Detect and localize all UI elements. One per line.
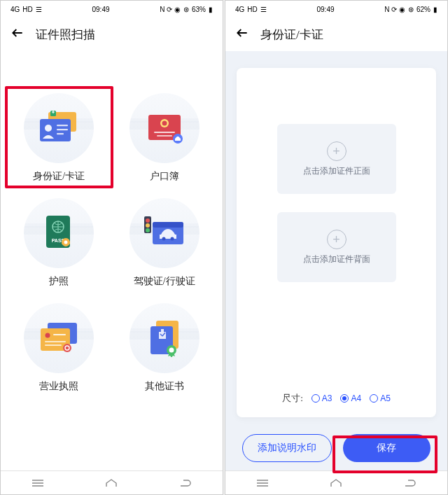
phone-left: 4G HD ☰ 09:49 N ⟳ ◉ ⊛ 63% ▮ 证件照扫描 — [0, 0, 223, 495]
radio-icon — [312, 394, 320, 403]
scan-card: + 点击添加证件正面 + 点击添加证件背面 尺寸: A3 A4 — [237, 68, 436, 417]
recents-button[interactable] — [27, 477, 48, 489]
svg-point-9 — [162, 121, 167, 126]
save-button[interactable]: 保存 — [343, 434, 431, 462]
size-selector: 尺寸: A3 A4 A5 — [282, 392, 391, 405]
back-button[interactable] — [235, 26, 249, 43]
battery-icon: ▮ — [209, 6, 213, 13]
status-extra-icon: ☰ — [260, 6, 267, 13]
wifi-icon: ⊛ — [408, 6, 414, 13]
business-license-icon — [24, 303, 94, 373]
status-bar: 4G HD ☰ 09:49 N ⟳ ◉ ⊛ 63% ▮ — [1, 1, 223, 18]
status-extra-icon: ☰ — [36, 6, 42, 13]
radio-icon — [370, 394, 378, 403]
status-icons-right: N ⟳ ◉ — [384, 6, 405, 13]
hd-icon: HD — [247, 6, 257, 13]
footer-buttons: 添加说明水印 保存 — [225, 424, 447, 470]
svg-rect-22 — [153, 222, 183, 228]
doc-label: 营业执照 — [39, 380, 78, 393]
signal-icon: 4G — [235, 6, 244, 13]
svg-point-36 — [169, 348, 174, 353]
doc-item-passport[interactable]: PASS 护照 — [9, 198, 109, 288]
wifi-icon: ⊛ — [183, 6, 189, 13]
radio-icon — [340, 394, 349, 403]
status-time: 09:49 — [316, 6, 334, 13]
id-card-icon — [24, 93, 94, 163]
system-navbar — [225, 470, 447, 494]
battery-pct: 62% — [416, 6, 430, 13]
doc-type-grid: 身份证/卡证 户口簿 — [1, 51, 223, 470]
size-option-a5[interactable]: A5 — [370, 393, 391, 403]
plus-icon: + — [327, 141, 346, 161]
watermark-button[interactable]: 添加说明水印 — [242, 434, 332, 462]
svg-point-20 — [146, 228, 150, 232]
svg-point-23 — [162, 237, 165, 241]
size-option-label: A3 — [322, 393, 332, 403]
recents-button[interactable] — [252, 477, 273, 489]
doc-label: 户口簿 — [150, 170, 179, 183]
back-nav-button[interactable] — [175, 477, 196, 489]
battery-icon: ▮ — [433, 6, 438, 13]
hukou-icon — [130, 93, 200, 163]
scan-body: + 点击添加证件正面 + 点击添加证件背面 尺寸: A3 A4 — [225, 51, 447, 470]
phone-right: 4G HD ☰ 09:49 N ⟳ ◉ ⊛ 62% ▮ 身份证/卡证 + 点击添… — [225, 0, 448, 495]
driver-license-icon — [130, 198, 200, 268]
back-nav-button[interactable] — [400, 477, 421, 489]
slot-back-text: 点击添加证件背面 — [303, 253, 370, 265]
size-option-a4[interactable]: A4 — [340, 393, 361, 403]
svg-rect-11 — [157, 135, 172, 137]
doc-label: 驾驶证/行驶证 — [134, 275, 195, 288]
svg-rect-6 — [57, 133, 64, 134]
back-button[interactable] — [10, 26, 24, 43]
doc-item-business-license[interactable]: 营业执照 — [9, 303, 109, 393]
hd-icon: HD — [22, 6, 32, 13]
doc-item-id-card[interactable]: 身份证/卡证 — [5, 86, 113, 188]
home-button[interactable] — [326, 477, 346, 489]
svg-rect-5 — [57, 129, 68, 130]
svg-rect-4 — [57, 125, 68, 126]
doc-item-driver-license[interactable]: 驾驶证/行驶证 — [115, 198, 215, 288]
doc-label: 护照 — [49, 275, 69, 288]
other-cert-icon — [130, 303, 200, 373]
header: 证件照扫描 — [1, 18, 223, 51]
add-back-slot[interactable]: + 点击添加证件背面 — [277, 212, 396, 282]
doc-item-hukou[interactable]: 户口簿 — [115, 93, 215, 183]
svg-point-24 — [170, 237, 174, 241]
battery-pct: 63% — [192, 6, 206, 13]
svg-point-31 — [63, 344, 71, 352]
size-label: 尺寸: — [282, 392, 303, 405]
svg-rect-28 — [53, 334, 66, 335]
header: 身份证/卡证 — [225, 18, 447, 51]
size-option-a3[interactable]: A3 — [312, 393, 332, 403]
status-bar: 4G HD ☰ 09:49 N ⟳ ◉ ⊛ 62% ▮ — [225, 1, 447, 18]
status-icons-right: N ⟳ ◉ — [160, 6, 181, 13]
svg-point-27 — [46, 333, 50, 338]
svg-point-19 — [146, 223, 150, 228]
status-time: 09:49 — [92, 6, 109, 13]
svg-point-3 — [45, 125, 52, 132]
add-front-slot[interactable]: + 点击添加证件正面 — [277, 124, 396, 194]
svg-rect-10 — [154, 132, 175, 133]
doc-item-other[interactable]: 其他证书 — [115, 303, 215, 393]
page-title: 证件照扫描 — [36, 27, 95, 43]
svg-point-16 — [64, 241, 68, 244]
passport-icon: PASS — [24, 198, 94, 268]
system-navbar — [1, 470, 223, 494]
doc-label: 身份证/卡证 — [33, 170, 85, 183]
home-button[interactable] — [101, 477, 122, 489]
svg-rect-30 — [45, 344, 62, 346]
doc-label: 其他证书 — [145, 380, 184, 393]
size-option-label: A5 — [380, 393, 391, 403]
plus-icon: + — [327, 230, 346, 249]
svg-rect-29 — [45, 341, 66, 342]
page-title: 身份证/卡证 — [260, 27, 323, 43]
signal-icon: 4G — [10, 6, 20, 13]
slot-front-text: 点击添加证件正面 — [303, 165, 370, 177]
size-option-label: A4 — [351, 393, 361, 403]
svg-point-18 — [146, 218, 150, 223]
